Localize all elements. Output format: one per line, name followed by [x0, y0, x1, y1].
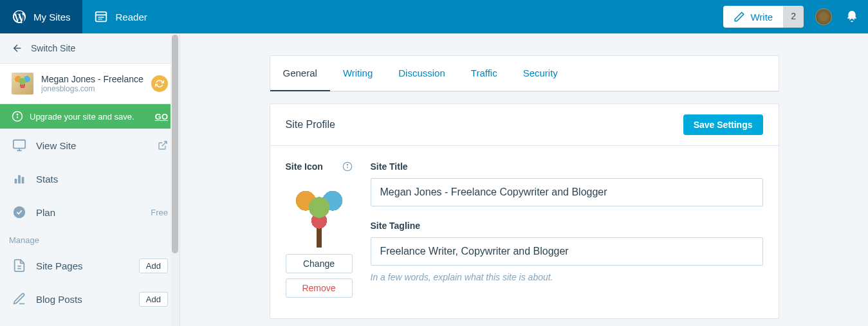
site-tagline-label: Site Tagline [371, 221, 763, 231]
site-icon-preview [286, 181, 353, 248]
reader-nav[interactable]: Reader [82, 10, 159, 24]
switch-site-label: Switch Site [31, 43, 75, 53]
monitor-icon [12, 138, 27, 153]
content-area: General Writing Discussion Traffic Secur… [180, 33, 868, 326]
blog-posts-label: Blog Posts [36, 294, 82, 305]
sidebar-item-site-pages[interactable]: Site Pages Add [0, 249, 180, 282]
site-tagline-input[interactable] [371, 237, 763, 266]
svg-rect-7 [14, 140, 25, 149]
info-icon [12, 111, 23, 122]
svg-rect-11 [18, 176, 21, 184]
plan-label: Plan [36, 207, 55, 218]
site-name: Megan Jones - Freelance [41, 74, 143, 84]
stats-label: Stats [36, 174, 58, 185]
add-page-button[interactable]: Add [139, 258, 168, 273]
sidebar-item-stats[interactable]: Stats [0, 162, 180, 195]
tabs: General Writing Discussion Traffic Secur… [270, 56, 779, 91]
reader-label: Reader [116, 12, 147, 23]
pencil-icon [734, 11, 745, 23]
manage-section-label: Manage [0, 229, 180, 249]
upgrade-banner[interactable]: Upgrade your site and save. GO [0, 104, 180, 129]
my-sites-label: My Sites [33, 12, 71, 23]
site-icon-label: Site Icon [286, 161, 323, 172]
upgrade-text: Upgrade your site and save. [30, 112, 134, 122]
notifications-icon[interactable] [845, 10, 859, 24]
remove-icon-button[interactable]: Remove [286, 278, 353, 298]
sidebar-scrollbar[interactable] [171, 33, 180, 326]
reader-icon [94, 10, 108, 24]
site-card[interactable]: Megan Jones - Freelance jonesblogs.com [0, 63, 180, 104]
svg-rect-12 [22, 177, 24, 183]
tagline-help-text: In a few words, explain what this site i… [371, 272, 763, 282]
tab-writing[interactable]: Writing [330, 56, 385, 91]
my-sites-nav[interactable]: My Sites [0, 0, 82, 33]
pages-icon [12, 258, 27, 273]
tab-discussion[interactable]: Discussion [385, 56, 458, 91]
write-button[interactable]: Write [723, 6, 783, 28]
add-post-button[interactable]: Add [139, 292, 168, 307]
svg-rect-0 [95, 12, 106, 22]
svg-point-16 [347, 165, 347, 165]
stats-icon [12, 171, 27, 186]
svg-point-13 [14, 206, 25, 218]
tab-security[interactable]: Security [510, 56, 571, 91]
sidebar: Switch Site Megan Jones - Freelance jone… [0, 33, 180, 326]
sidebar-item-blog-posts[interactable]: Blog Posts Add [0, 282, 180, 316]
site-title-label: Site Title [371, 161, 763, 172]
posts-icon [12, 291, 27, 307]
upgrade-go-link[interactable]: GO [155, 112, 168, 122]
sync-button[interactable] [151, 75, 168, 92]
svg-rect-10 [15, 179, 17, 183]
wordpress-icon [12, 9, 27, 24]
write-label: Write [750, 12, 773, 23]
site-icon-info-icon[interactable] [342, 161, 353, 172]
sync-icon [155, 79, 164, 88]
panel-title: Site Profile [286, 119, 335, 131]
view-site-label: View Site [36, 140, 76, 151]
write-count-badge[interactable]: 2 [783, 6, 804, 28]
tab-general[interactable]: General [270, 56, 330, 91]
site-domain: jonesblogs.com [41, 84, 143, 93]
change-icon-button[interactable]: Change [286, 254, 353, 273]
external-link-icon [158, 140, 168, 150]
arrow-left-icon [12, 42, 23, 54]
site-thumbnail [12, 73, 33, 95]
sidebar-item-view-site[interactable]: View Site [0, 129, 180, 162]
save-settings-button[interactable]: Save Settings [683, 114, 763, 135]
settings-tabs-card: General Writing Discussion Traffic Secur… [270, 55, 779, 92]
topbar: My Sites Reader Write 2 [0, 0, 868, 33]
site-pages-label: Site Pages [36, 260, 83, 271]
switch-site-link[interactable]: Switch Site [0, 33, 180, 63]
plan-icon [12, 204, 27, 220]
site-profile-panel: Site Profile Save Settings Site Icon Cha… [270, 104, 779, 319]
write-group: Write 2 [723, 6, 804, 28]
tab-traffic[interactable]: Traffic [458, 56, 510, 91]
svg-point-6 [17, 114, 18, 115]
sidebar-item-plan[interactable]: Plan Free [0, 195, 180, 229]
site-title-input[interactable] [371, 178, 763, 206]
plan-value: Free [151, 208, 168, 217]
avatar[interactable] [815, 8, 832, 25]
